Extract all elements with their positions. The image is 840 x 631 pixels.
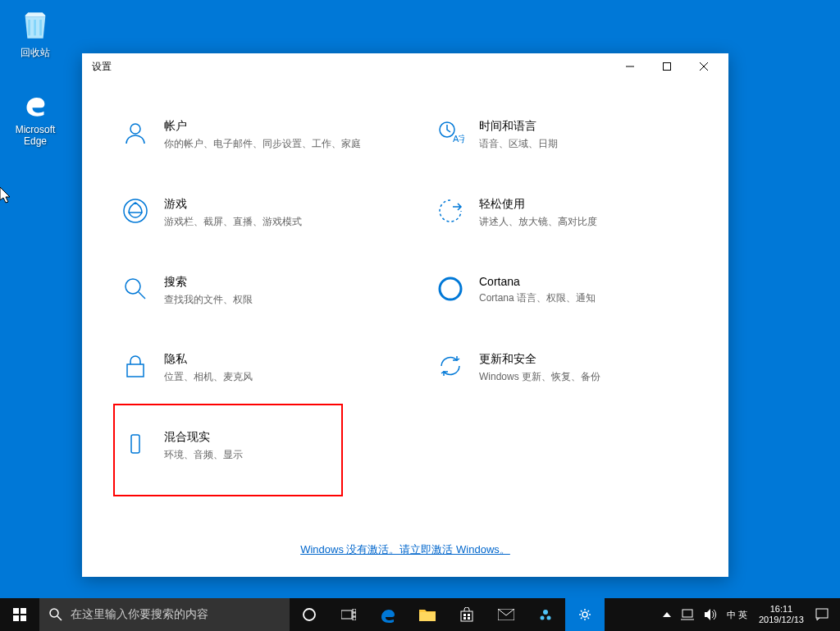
settings-desc: 讲述人、放大镜、高对比度 — [479, 215, 689, 229]
start-button[interactable] — [0, 598, 39, 631]
settings-desc: 位置、相机、麦克风 — [164, 370, 374, 384]
desktop-icon-label: 回收站 — [7, 46, 64, 60]
svg-point-37 — [547, 616, 551, 620]
svg-rect-33 — [468, 617, 470, 620]
cortana-taskbar-icon[interactable] — [290, 598, 329, 631]
minimize-button[interactable] — [611, 54, 648, 79]
settings-title: 搜索 — [164, 275, 374, 290]
close-button[interactable] — [685, 54, 722, 79]
svg-rect-2 — [39, 20, 42, 35]
svg-rect-19 — [13, 615, 19, 621]
svg-rect-24 — [341, 610, 352, 619]
time-language-icon: A字 — [436, 119, 464, 147]
svg-rect-5 — [663, 63, 670, 71]
tray-notifications-icon[interactable] — [810, 598, 833, 631]
edge-taskbar-icon[interactable] — [368, 598, 408, 631]
svg-rect-32 — [463, 617, 466, 620]
svg-rect-28 — [419, 612, 436, 621]
svg-rect-27 — [353, 617, 356, 620]
svg-rect-18 — [21, 608, 26, 614]
svg-point-8 — [130, 124, 140, 134]
tray-time: 16:11 — [759, 604, 804, 615]
svg-rect-29 — [461, 611, 472, 621]
task-view-icon[interactable] — [329, 598, 368, 631]
svg-point-23 — [304, 609, 315, 620]
taskbar-search[interactable]: 在这里输入你要搜索的内容 — [39, 598, 290, 631]
accounts-icon — [121, 119, 149, 147]
tray-clock[interactable]: 16:11 2019/12/13 — [752, 598, 810, 631]
settings-desc: 你的帐户、电子邮件、同步设置、工作、家庭 — [164, 137, 374, 151]
recycle-bin-icon — [18, 8, 52, 43]
app-taskbar-icon[interactable] — [526, 598, 565, 631]
svg-point-36 — [541, 616, 545, 620]
svg-point-21 — [50, 609, 58, 617]
edge-icon — [18, 86, 52, 121]
store-taskbar-icon[interactable] — [447, 598, 486, 631]
svg-point-38 — [582, 612, 587, 617]
ease-of-access-icon — [436, 197, 464, 225]
settings-item-cortana[interactable]: Cortana Cortana 语言、权限、通知 — [430, 268, 696, 313]
settings-item-accounts[interactable]: 帐户 你的帐户、电子邮件、同步设置、工作、家庭 — [115, 112, 381, 158]
settings-item-gaming[interactable]: 游戏 游戏栏、截屏、直播、游戏模式 — [115, 190, 381, 235]
settings-title: 帐户 — [164, 119, 374, 134]
activation-link: Windows 没有激活。请立即激活 Windows。 — [82, 542, 728, 557]
update-security-icon — [436, 352, 464, 380]
desktop-icon-label: Microsoft Edge — [7, 124, 64, 147]
settings-window: 设置 帐户 你的帐户、电子邮件、同步设置、工作、家庭 — [82, 53, 728, 577]
desktop-icon-edge[interactable]: Microsoft Edge — [7, 86, 64, 147]
explorer-taskbar-icon[interactable] — [408, 598, 447, 631]
search-icon — [49, 608, 62, 621]
settings-title: 隐私 — [164, 352, 374, 367]
tray-network-icon[interactable] — [676, 598, 699, 631]
settings-title: Cortana — [479, 275, 689, 288]
mail-taskbar-icon[interactable] — [486, 598, 526, 631]
settings-item-mixed-reality[interactable]: 混合现实 环境、音频、显示 — [113, 404, 343, 496]
settings-desc: 环境、音频、显示 — [164, 448, 335, 462]
settings-desc: 游戏栏、截屏、直播、游戏模式 — [164, 215, 374, 229]
gaming-icon — [121, 197, 149, 225]
taskbar: 在这里输入你要搜索的内容 中 英 16:11 2019/12/13 — [0, 598, 840, 631]
tray-ime[interactable]: 中 英 — [722, 598, 752, 631]
search-icon — [121, 275, 149, 303]
desktop-icon-recycle-bin[interactable]: 回收站 — [7, 8, 64, 60]
svg-rect-0 — [28, 20, 30, 35]
svg-rect-25 — [353, 609, 356, 612]
svg-line-13 — [139, 292, 145, 299]
tray-chevron-icon[interactable] — [658, 598, 676, 631]
maximize-button[interactable] — [648, 54, 685, 79]
settings-title: 游戏 — [164, 197, 374, 212]
settings-item-search[interactable]: 搜索 查找我的文件、权限 — [115, 268, 381, 313]
cortana-icon — [436, 275, 464, 303]
settings-title: 混合现实 — [164, 430, 335, 445]
tray-date: 2019/12/13 — [759, 615, 804, 625]
settings-title: 时间和语言 — [479, 119, 689, 134]
svg-rect-1 — [34, 20, 36, 35]
settings-desc: 查找我的文件、权限 — [164, 293, 374, 307]
svg-rect-26 — [353, 613, 356, 616]
search-placeholder: 在这里输入你要搜索的内容 — [71, 607, 208, 622]
settings-title: 更新和安全 — [479, 352, 689, 367]
svg-rect-20 — [21, 615, 26, 621]
mixed-reality-icon — [121, 430, 149, 458]
settings-item-ease-of-access[interactable]: 轻松使用 讲述人、放大镜、高对比度 — [430, 190, 696, 235]
settings-item-update-security[interactable]: 更新和安全 Windows 更新、恢复、备份 — [430, 345, 696, 391]
settings-taskbar-icon[interactable] — [565, 598, 605, 631]
svg-rect-15 — [127, 364, 144, 377]
settings-title: 轻松使用 — [479, 197, 689, 212]
svg-rect-17 — [13, 608, 19, 614]
settings-item-time-language[interactable]: A字 时间和语言 语音、区域、日期 — [430, 112, 696, 158]
privacy-icon — [121, 352, 149, 380]
settings-desc: Windows 更新、恢复、备份 — [479, 370, 689, 384]
svg-point-35 — [543, 610, 548, 615]
settings-desc: 语音、区域、日期 — [479, 137, 689, 151]
activate-windows-link[interactable]: Windows 没有激活。请立即激活 Windows。 — [300, 543, 510, 556]
svg-rect-31 — [468, 614, 470, 616]
settings-item-privacy[interactable]: 隐私 位置、相机、麦克风 — [115, 345, 381, 391]
svg-rect-39 — [682, 610, 692, 617]
tray-volume-icon[interactable] — [699, 598, 722, 631]
title-bar: 设置 — [82, 53, 728, 80]
svg-rect-16 — [131, 435, 139, 453]
window-title: 设置 — [89, 60, 611, 74]
svg-rect-30 — [463, 614, 466, 616]
svg-text:A字: A字 — [453, 134, 464, 144]
